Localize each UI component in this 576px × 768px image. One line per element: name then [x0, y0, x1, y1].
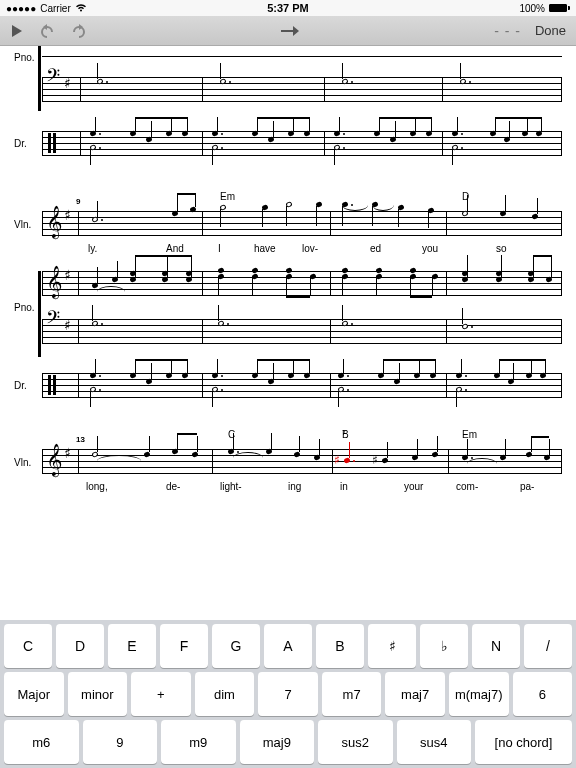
staff-dr-1[interactable] [42, 123, 562, 163]
instrument-label-vln: Vln. [14, 191, 42, 257]
instrument-label-vln-3: Vln. [14, 429, 42, 495]
keyboard-row-2: Major minor + dim 7 m7 maj7 m(maj7) 6 [4, 672, 572, 716]
undo-button[interactable] [38, 24, 56, 38]
battery-percent: 100% [519, 3, 545, 14]
key-sus4[interactable]: sus4 [397, 720, 472, 764]
play-button[interactable] [10, 24, 24, 38]
key-mmaj7[interactable]: m(maj7) [449, 672, 509, 716]
key-d[interactable]: D [56, 624, 104, 668]
key-sus2[interactable]: sus2 [318, 720, 393, 764]
done-button[interactable]: Done [535, 23, 566, 38]
key-maj9[interactable]: maj9 [240, 720, 315, 764]
key-aug[interactable]: + [131, 672, 191, 716]
staff-pno-treble-2[interactable]: 𝄞 ♯ [42, 263, 562, 303]
instrument-label-dr-2: Dr. [14, 365, 42, 405]
chord-em: Em [220, 191, 235, 202]
key-m6[interactable]: m6 [4, 720, 79, 764]
chord-c: C [228, 429, 235, 440]
key-minor[interactable]: minor [68, 672, 128, 716]
lyric-row-2: ly. And I have lov- ed you so [42, 243, 562, 257]
chord-d: D [462, 191, 469, 202]
key-m7[interactable]: m7 [322, 672, 382, 716]
key-slash[interactable]: / [524, 624, 572, 668]
key-sharp[interactable]: ♯ [368, 624, 416, 668]
score-area[interactable]: Pno. 𝄢 ♯ [0, 46, 576, 616]
key-major[interactable]: Major [4, 672, 64, 716]
staff-pno-bass-2[interactable]: 𝄢 ♯ [42, 311, 562, 351]
key-9[interactable]: 9 [83, 720, 158, 764]
battery-icon [549, 4, 570, 12]
signal-dots: ●●●●● [6, 3, 36, 14]
status-bar: ●●●●● Carrier 5:37 PM 100% [0, 0, 576, 16]
key-b[interactable]: B [316, 624, 364, 668]
key-6[interactable]: 6 [513, 672, 573, 716]
staff-pno-bass-1b[interactable]: 𝄢 ♯ [42, 69, 562, 109]
staff-pno-bass-1[interactable] [42, 52, 562, 62]
key-m9[interactable]: m9 [161, 720, 236, 764]
more-button[interactable]: - - - [494, 23, 521, 39]
chord-row-2: Em D [42, 191, 562, 203]
chord-b7: B7 [342, 429, 346, 441]
chord-em-3: Em [462, 429, 477, 440]
redo-button[interactable] [70, 24, 88, 38]
keyboard-row-3: m6 9 m9 maj9 sus2 sus4 [no chord] [4, 720, 572, 764]
key-g[interactable]: G [212, 624, 260, 668]
lyric-row-3: long, de- light- ing in your com- pa- [42, 481, 562, 495]
key-c[interactable]: C [4, 624, 52, 668]
key-f[interactable]: F [160, 624, 208, 668]
key-7[interactable]: 7 [258, 672, 318, 716]
key-a[interactable]: A [264, 624, 312, 668]
forward-button[interactable] [281, 25, 301, 37]
staff-dr-2[interactable] [42, 365, 562, 405]
chord-row-3: C B7 Em [42, 429, 562, 441]
keyboard-row-1: C D E F G A B ♯ ♭ N / [4, 624, 572, 668]
key-maj7[interactable]: maj7 [385, 672, 445, 716]
toolbar: - - - Done [0, 16, 576, 46]
staff-vln-3[interactable]: 13 𝄞 ♯ [42, 441, 562, 481]
key-no-chord[interactable]: [no chord] [475, 720, 572, 764]
key-dim[interactable]: dim [195, 672, 255, 716]
chord-keyboard: C D E F G A B ♯ ♭ N / Major minor + dim … [0, 620, 576, 768]
wifi-icon [75, 3, 87, 14]
key-flat[interactable]: ♭ [420, 624, 468, 668]
instrument-label-dr: Dr. [14, 123, 42, 163]
staff-vln-2[interactable]: 9 𝄞 ♯ [42, 203, 562, 243]
carrier-label: Carrier [40, 3, 71, 14]
clock: 5:37 PM [267, 2, 309, 14]
key-e[interactable]: E [108, 624, 156, 668]
key-n[interactable]: N [472, 624, 520, 668]
